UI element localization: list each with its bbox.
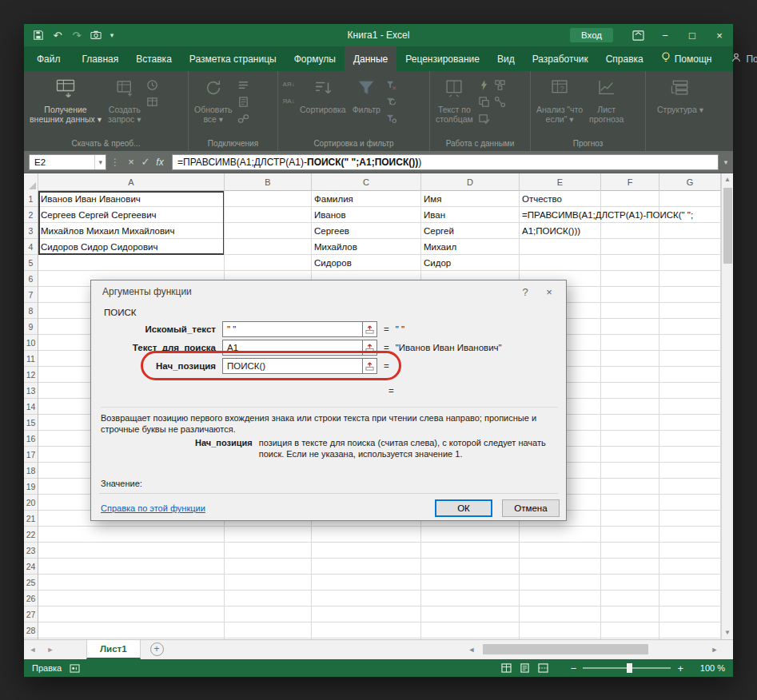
outline-button[interactable]: Структура ▾ (654, 74, 707, 116)
advanced-filter-icon[interactable] (384, 111, 400, 125)
tab-file[interactable]: Файл (24, 46, 74, 71)
maximize-button[interactable]: □ (679, 24, 706, 46)
column-header-E[interactable]: E (520, 173, 601, 191)
filter-button[interactable]: Фильтр (349, 74, 384, 116)
start-num-input[interactable]: ПОИСК() (222, 358, 363, 374)
column-header-C[interactable]: C (312, 173, 421, 191)
cell-E1[interactable]: Отчество (522, 191, 562, 207)
row-header-18[interactable]: 18 (24, 463, 38, 479)
tab-formulas[interactable]: Формулы (285, 46, 345, 71)
vertical-scrollbar[interactable]: ▲ ▼ (721, 173, 733, 639)
save-icon[interactable] (30, 27, 46, 43)
zoom-slider[interactable] (583, 667, 671, 669)
cell-A2[interactable]: Сергеев Сергей Сергеевич (41, 207, 157, 223)
formula-bar-splitter[interactable]: ⋮ (110, 157, 120, 168)
dialog-help-icon[interactable]: ? (515, 283, 536, 300)
confirm-entry-icon[interactable]: ✓ (138, 154, 153, 170)
relationships-icon[interactable] (492, 94, 508, 109)
from-table-icon[interactable] (145, 94, 161, 109)
cell-E3[interactable]: A1;ПОИСК())) (522, 223, 580, 239)
dialog-close-icon[interactable]: × (539, 283, 560, 300)
row-header-22[interactable]: 22 (24, 527, 38, 543)
cell-A3[interactable]: Михайлов Михаил Михайлович (41, 223, 175, 239)
within-text-input[interactable]: A1 (222, 340, 363, 356)
column-header-B[interactable]: B (225, 173, 312, 191)
row-header-27[interactable]: 27 (24, 607, 38, 622)
get-external-data-button[interactable]: Получение внешних данных ▾ (26, 74, 105, 125)
cell-D5[interactable]: Сидор (424, 255, 451, 271)
zoom-in-icon[interactable]: + (677, 662, 683, 674)
cancel-button[interactable]: Отмена (502, 499, 560, 517)
page-break-view-icon[interactable] (538, 663, 548, 673)
text-to-columns-button[interactable]: Текст по столбцам (432, 74, 476, 125)
minimize-button[interactable]: − (651, 24, 679, 46)
reapply-filter-icon[interactable] (384, 94, 400, 109)
sort-za-icon[interactable]: ЯА↓ (281, 94, 297, 109)
column-header-G[interactable]: G (659, 173, 721, 191)
zoom-slider-thumb[interactable] (627, 663, 632, 673)
row-header-23[interactable]: 23 (24, 543, 38, 559)
row-header-3[interactable]: 3 (24, 223, 38, 239)
scroll-right-icon[interactable]: ► (708, 646, 721, 654)
scroll-left-icon[interactable]: ◄ (465, 646, 478, 654)
name-box[interactable]: E2 ▾ (29, 154, 106, 170)
cell-D1[interactable]: Имя (424, 191, 441, 207)
function-help-link[interactable]: Справка по этой функции (101, 503, 205, 513)
row-header-21[interactable]: 21 (24, 511, 38, 527)
ribbon-display-options-icon[interactable] (624, 24, 651, 46)
page-layout-view-icon[interactable] (520, 663, 530, 673)
find-text-input[interactable]: " " (222, 321, 363, 337)
sheet-nav-right-icon[interactable]: ► (42, 640, 59, 659)
sheet-nav-left-icon[interactable]: ◄ (24, 640, 42, 659)
row-header-12[interactable]: 12 (24, 367, 38, 383)
scroll-down-icon[interactable]: ▼ (722, 626, 733, 639)
new-query-button[interactable]: Создать запрос ▾ (105, 74, 144, 125)
collapse-dialog-icon[interactable] (363, 358, 377, 374)
cell-A1[interactable]: Иванов Иван Иванович (41, 191, 141, 207)
cell-C4[interactable]: Михайлов (314, 239, 357, 255)
cell-D4[interactable]: Михаил (424, 239, 456, 255)
row-header-6[interactable]: 6 (24, 271, 38, 287)
qat-customize-icon[interactable]: ▾ (107, 27, 117, 43)
horizontal-scroll-thumb[interactable] (483, 644, 648, 654)
column-header-F[interactable]: F (601, 173, 659, 191)
name-box-dropdown-icon[interactable]: ▾ (94, 155, 106, 169)
tab-developer[interactable]: Разработчик (524, 46, 597, 71)
sign-in-button[interactable]: Вход (570, 28, 613, 42)
select-all-corner[interactable] (24, 173, 38, 191)
close-button[interactable]: × (706, 24, 733, 46)
tab-help[interactable]: Справка (597, 46, 652, 71)
camera-icon[interactable] (88, 27, 104, 43)
row-header-20[interactable]: 20 (24, 495, 38, 511)
sheet-tab-list1[interactable]: Лист1 (86, 640, 141, 659)
cell-C5[interactable]: Сидоров (314, 255, 352, 271)
normal-view-icon[interactable] (501, 663, 512, 673)
zoom-level[interactable]: 100 % (690, 663, 725, 673)
tab-home[interactable]: Главная (74, 46, 128, 71)
flash-fill-icon[interactable] (476, 78, 492, 92)
vertical-scroll-thumb[interactable] (723, 188, 732, 264)
row-header-16[interactable]: 16 (24, 431, 38, 447)
redo-icon[interactable]: ↷ (69, 27, 85, 43)
column-header-D[interactable]: D (421, 173, 520, 191)
horizontal-scrollbar[interactable]: ◄ ► (465, 640, 721, 658)
formula-input[interactable]: =ПРАВСИМВ(A1;ДЛСТР(A1)-ПОИСК(" ";A1;ПОИС… (172, 154, 719, 170)
undo-icon[interactable]: ↶ (50, 27, 66, 43)
cell-C1[interactable]: Фамилия (314, 191, 353, 207)
cell-E2[interactable]: =ПРАВСИМВ(A1;ДЛСТР(A1)-ПОИСК(" "; (522, 207, 693, 223)
recent-sources-icon[interactable] (145, 78, 161, 92)
dialog-title-bar[interactable]: Аргументы функции ? × (91, 280, 566, 303)
zoom-out-icon[interactable]: − (571, 662, 577, 674)
collapse-dialog-icon[interactable] (363, 321, 377, 337)
cell-A4[interactable]: Сидоров Сидор Сидорович (41, 239, 158, 255)
tab-insert[interactable]: Вставка (127, 46, 181, 71)
row-header-26[interactable]: 26 (24, 591, 38, 607)
cell-D3[interactable]: Сергей (424, 223, 454, 239)
new-sheet-icon[interactable]: + (150, 642, 164, 656)
insert-function-icon[interactable]: fx (153, 154, 167, 170)
tab-review[interactable]: Рецензирование (396, 46, 488, 71)
sort-button[interactable]: Сортировка (297, 74, 349, 116)
consolidate-icon[interactable] (492, 78, 508, 92)
what-if-analysis-button[interactable]: ? Анализ "что если" ▾ (533, 74, 586, 125)
row-header-11[interactable]: 11 (24, 351, 38, 367)
